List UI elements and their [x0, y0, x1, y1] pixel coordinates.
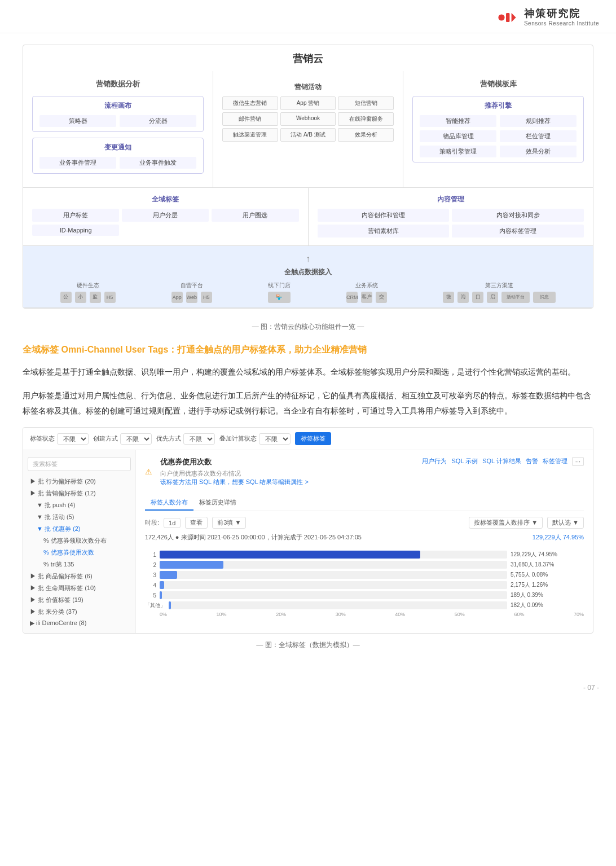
tp-icon-10: 交 [376, 292, 387, 303]
tp-icon-11: 微 [443, 292, 454, 303]
activity-6: 触达渠道管理 [222, 128, 278, 142]
tab-history[interactable]: 标签历史详情 [193, 495, 242, 511]
usage-subtitle: 向户使用优惠券次数分布情况 [160, 469, 309, 478]
tp-icon-12: 海 [457, 292, 469, 303]
touchpoint-section: ↑ 全触点数据接入 硬件生态 公 小 监 H5 自营平台 App We [23, 246, 593, 308]
bar-label-2: 3 [145, 572, 156, 578]
x-6: 60% [514, 612, 524, 617]
left-panel-item-3[interactable]: ▼ 批 活动 (5) [23, 511, 135, 523]
more-button[interactable]: ··· [572, 457, 584, 466]
bar-fill-1 [160, 561, 223, 569]
tp-group-0: 硬件生态 公 小 监 H5 [60, 282, 116, 303]
activity-0: 微信生态营销 [222, 96, 278, 110]
global-tags-grid: 用户标签 用户分层 用户圈选 ID-Mapping [32, 209, 299, 236]
logo-text: 神策研究院 Sensors Research Institute [524, 8, 599, 27]
tp-icon-15: 活动平台 [501, 292, 530, 303]
filter-1d[interactable]: 1d [164, 518, 181, 528]
flow-item-1: 分流器 [120, 115, 196, 127]
top-link-3[interactable]: 告警 [526, 457, 538, 466]
caption1: — 图：营销云的核心功能组件一览 — [23, 322, 593, 332]
tp-icon-5: Web [186, 292, 197, 303]
marketing-cloud-diagram: 营销云 营销数据分析 流程画布 策略器 分流器 变更通知 业务事件管理 业务事件… [23, 45, 593, 309]
x-2: 20% [276, 612, 286, 617]
left-panel-item-12[interactable]: ▶ ili DemoCentre (8) [23, 618, 135, 628]
x-axis: 0% 10% 20% 30% 40% 50% 60% 70% [145, 612, 584, 617]
top-link-1[interactable]: SQL 示例 [451, 457, 478, 466]
bar-row-5: 「其他」 182人 0.09% [145, 601, 584, 609]
status-select[interactable]: 不限 [57, 433, 89, 445]
main-content: 营销云 营销数据分析 流程画布 策略器 分流器 变更通知 业务事件管理 业务事件… [0, 33, 616, 679]
top-link-4[interactable]: 标签管理 [543, 457, 567, 466]
create-method-select[interactable]: 不限 [120, 433, 152, 445]
x-1: 10% [217, 612, 227, 617]
diagram-title: 营销云 [23, 45, 593, 71]
toolbar-priority: 优先方式 不限 [156, 433, 215, 445]
bar-row-0: 1 129,229人 74.95% [145, 551, 584, 559]
flow-canvas-box: 流程画布 策略器 分流器 [32, 96, 204, 132]
tp-icons-row-1: App Web H5 [171, 292, 212, 303]
default-select[interactable]: 默认选 ▼ [547, 517, 584, 529]
tp-group-title-2: 线下门店 [268, 282, 291, 289]
create-tag-button[interactable]: 标签标签 [295, 432, 331, 445]
bar-desc-2: 5,755人 0.08% [511, 571, 584, 579]
flow-canvas-grid: 策略器 分流器 [39, 115, 196, 127]
left-panel-item-2[interactable]: ▼ 批 push (4) [23, 499, 135, 511]
compute-status-select[interactable]: 不限 [259, 433, 291, 445]
tp-icon-0: 公 [60, 292, 72, 303]
tp-icon-9: 客户 [361, 292, 372, 303]
sort-select[interactable]: 按标签覆盖人数排序 ▼ [469, 517, 543, 529]
bar-desc-5: 182人 0.09% [511, 601, 584, 609]
change-notify-title: 变更通知 [39, 143, 196, 152]
tag-3: ID-Mapping [32, 225, 119, 236]
tp-icon-13: 口 [472, 292, 483, 303]
page-number: - 07 - [0, 678, 616, 703]
left-panel-item-4[interactable]: ▼ 批 优惠券 (2) [23, 523, 135, 535]
divider-arrow: ↑ [32, 250, 584, 267]
top-link-0[interactable]: 用户行为 [422, 457, 447, 466]
filter-top3[interactable]: 前3填 ▼ [212, 517, 246, 529]
x-7: 70% [574, 612, 584, 617]
left-panel-item-11[interactable]: ▶ 批 来分类 (37) [23, 606, 135, 618]
marketing-activity-title: 营销活动 [222, 82, 394, 92]
change-item-1: 业务事件触发 [120, 157, 196, 169]
alert-link[interactable]: 该标签方法用 SQL 结果，想要 SQL 结果等编辑属性 > [160, 478, 309, 485]
left-panel-item-9[interactable]: ▶ 批 生命周期标签 (10) [23, 582, 135, 594]
recommend-1: 规则推荐 [500, 115, 577, 127]
tp-group-3: 业务系统 CRM 客户 交 [346, 282, 387, 303]
top-link-2[interactable]: SQL 计算结果 [482, 457, 521, 466]
body-text-2: 用户标签是通过对用户属性信息、行为信息、业务信息进行加工后所产生的特征标记，它的… [23, 388, 593, 418]
tp-icons-row-0: 公 小 监 H5 [60, 292, 116, 303]
bar-fill-3 [160, 581, 164, 589]
bar-desc-3: 2,175人 1.26% [511, 581, 584, 589]
marketing-activity-col: 营销活动 微信生态营销 App 营销 短信营销 邮件营销 Webhook 在线弹… [213, 71, 403, 187]
left-panel-item-8[interactable]: ▶ 批 商品偏好标签 (6) [23, 570, 135, 582]
left-panel-item-0[interactable]: ▶ 批 行为偏好标签 (20) [23, 476, 135, 487]
activity-5: 在线弹窗服务 [338, 112, 394, 126]
bar-outer-0 [160, 551, 507, 559]
tab-distribution[interactable]: 标签人数分布 [145, 495, 193, 511]
tp-icon-7: 🏪 [268, 292, 291, 303]
search-box[interactable]: 搜索标签 [28, 457, 131, 471]
caption2: — 图：全域标签（数据为模拟）— [23, 640, 593, 650]
logo-english: Sensors Research Institute [524, 20, 599, 27]
change-item-0: 业务事件管理 [39, 157, 116, 169]
svg-marker-2 [512, 13, 516, 22]
usage-title: 优惠券使用次数 [160, 457, 309, 467]
left-panel-item-5[interactable]: % 优惠券领取次数分布 [23, 535, 135, 547]
left-panel-item-10[interactable]: ▶ 批 价值标签 (19) [23, 594, 135, 606]
priority-select[interactable]: 不限 [183, 433, 215, 445]
filter-view[interactable]: 查看 [185, 517, 208, 529]
recommend-grid: 智能推荐 规则推荐 物品库管理 栏位管理 策略引擎管理 效果分析 [420, 115, 577, 157]
bar-label-0: 1 [145, 552, 156, 558]
tp-icon-8: CRM [346, 292, 358, 303]
left-panel-item-7[interactable]: % tri第 135 [23, 559, 135, 570]
bar-desc-4: 189人 0.39% [511, 591, 584, 599]
bar-label-5: 「其他」 [145, 602, 165, 609]
global-tags-col: 全域标签 用户标签 用户分层 用户圈选 ID-Mapping [23, 188, 309, 245]
change-notify-box: 变更通知 业务事件管理 业务事件触发 [32, 138, 204, 174]
left-panel-item-6[interactable]: % 优惠券使用次数 [23, 547, 135, 559]
left-panel-item-1[interactable]: ▶ 批 营销偏好标签 (12) [23, 487, 135, 499]
recommend-2: 物品库管理 [420, 130, 496, 142]
stats-text: 172,426人 ● 来源时间 2021-06-25 00:00:00，计算完成… [145, 533, 362, 542]
tag-2: 用户圈选 [212, 209, 298, 222]
